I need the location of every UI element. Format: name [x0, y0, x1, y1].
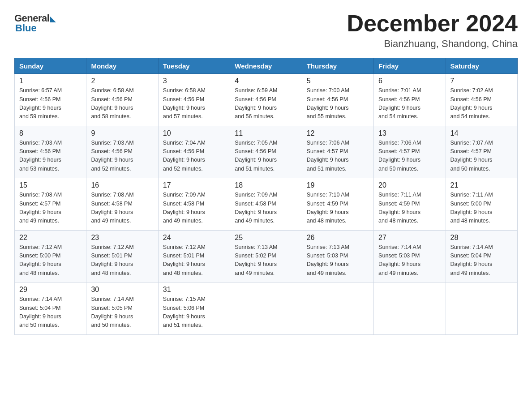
- calendar-week-row: 8Sunrise: 7:03 AMSunset: 4:56 PMDaylight…: [15, 126, 518, 178]
- calendar-cell: 2Sunrise: 6:58 AMSunset: 4:56 PMDaylight…: [86, 74, 158, 126]
- day-info: Sunrise: 7:05 AMSunset: 4:56 PMDaylight:…: [235, 139, 297, 174]
- day-info: Sunrise: 7:12 AMSunset: 5:01 PMDaylight:…: [163, 243, 225, 278]
- day-info: Sunrise: 7:01 AMSunset: 4:56 PMDaylight:…: [378, 86, 441, 121]
- day-info: Sunrise: 7:02 AMSunset: 4:56 PMDaylight:…: [450, 86, 513, 121]
- day-number: 16: [91, 181, 153, 189]
- calendar-cell: 6Sunrise: 7:01 AMSunset: 4:56 PMDaylight…: [374, 74, 446, 126]
- day-info: Sunrise: 7:03 AMSunset: 4:56 PMDaylight:…: [91, 139, 153, 174]
- calendar-cell: 25Sunrise: 7:13 AMSunset: 5:02 PMDayligh…: [230, 230, 302, 283]
- calendar-week-row: 15Sunrise: 7:08 AMSunset: 4:57 PMDayligh…: [15, 178, 518, 231]
- calendar-week-row: 22Sunrise: 7:12 AMSunset: 5:00 PMDayligh…: [15, 230, 518, 283]
- day-info: Sunrise: 7:06 AMSunset: 4:57 PMDaylight:…: [378, 139, 441, 174]
- day-number: 20: [378, 181, 441, 189]
- day-number: 14: [450, 129, 513, 137]
- day-number: 24: [163, 234, 225, 242]
- calendar-cell: 22Sunrise: 7:12 AMSunset: 5:00 PMDayligh…: [15, 230, 86, 283]
- day-number: 2: [91, 77, 153, 85]
- calendar-cell: 3Sunrise: 6:58 AMSunset: 4:56 PMDaylight…: [158, 74, 230, 126]
- day-number: 13: [378, 129, 441, 137]
- day-info: Sunrise: 7:09 AMSunset: 4:58 PMDaylight:…: [163, 191, 225, 226]
- calendar-cell: 1Sunrise: 6:57 AMSunset: 4:56 PMDaylight…: [15, 74, 86, 126]
- column-header-tuesday: Tuesday: [158, 58, 230, 74]
- calendar-cell: 9Sunrise: 7:03 AMSunset: 4:56 PMDaylight…: [86, 126, 158, 178]
- calendar-week-row: 1Sunrise: 6:57 AMSunset: 4:56 PMDaylight…: [15, 74, 518, 126]
- day-info: Sunrise: 7:08 AMSunset: 4:57 PMDaylight:…: [19, 191, 82, 226]
- day-number: 12: [307, 129, 369, 137]
- calendar-cell: 8Sunrise: 7:03 AMSunset: 4:56 PMDaylight…: [15, 126, 86, 178]
- day-info: Sunrise: 7:12 AMSunset: 5:00 PMDaylight:…: [19, 243, 82, 278]
- calendar-cell: 31Sunrise: 7:15 AMSunset: 5:06 PMDayligh…: [158, 283, 230, 335]
- calendar-cell: 19Sunrise: 7:10 AMSunset: 4:59 PMDayligh…: [302, 178, 373, 231]
- calendar-cell: 20Sunrise: 7:11 AMSunset: 4:59 PMDayligh…: [374, 178, 446, 231]
- day-info: Sunrise: 7:03 AMSunset: 4:56 PMDaylight:…: [19, 139, 82, 174]
- day-info: Sunrise: 7:07 AMSunset: 4:57 PMDaylight:…: [450, 139, 513, 174]
- day-number: 25: [235, 234, 297, 242]
- day-number: 6: [378, 77, 441, 85]
- logo: General Blue: [14, 11, 56, 34]
- calendar-cell: [446, 283, 517, 335]
- day-number: 17: [163, 181, 225, 189]
- calendar-cell: 13Sunrise: 7:06 AMSunset: 4:57 PMDayligh…: [374, 126, 446, 178]
- column-header-friday: Friday: [374, 58, 446, 74]
- column-header-monday: Monday: [86, 58, 158, 74]
- calendar-cell: 10Sunrise: 7:04 AMSunset: 4:56 PMDayligh…: [158, 126, 230, 178]
- day-number: 19: [307, 181, 369, 189]
- day-info: Sunrise: 6:58 AMSunset: 4:56 PMDaylight:…: [91, 86, 153, 121]
- calendar-cell: 29Sunrise: 7:14 AMSunset: 5:04 PMDayligh…: [15, 283, 86, 335]
- day-info: Sunrise: 6:57 AMSunset: 4:56 PMDaylight:…: [19, 86, 82, 121]
- calendar-cell: 11Sunrise: 7:05 AMSunset: 4:56 PMDayligh…: [230, 126, 302, 178]
- calendar-cell: 23Sunrise: 7:12 AMSunset: 5:01 PMDayligh…: [86, 230, 158, 283]
- day-number: 22: [19, 234, 82, 242]
- calendar-cell: 5Sunrise: 7:00 AMSunset: 4:56 PMDaylight…: [302, 74, 373, 126]
- day-info: Sunrise: 7:04 AMSunset: 4:56 PMDaylight:…: [163, 139, 225, 174]
- day-number: 4: [235, 77, 297, 85]
- calendar-cell: 14Sunrise: 7:07 AMSunset: 4:57 PMDayligh…: [446, 126, 517, 178]
- calendar-cell: 4Sunrise: 6:59 AMSunset: 4:56 PMDaylight…: [230, 74, 302, 126]
- day-info: Sunrise: 7:06 AMSunset: 4:57 PMDaylight:…: [307, 139, 369, 174]
- day-number: 10: [163, 129, 225, 137]
- day-number: 9: [91, 129, 153, 137]
- calendar-cell: [374, 283, 446, 335]
- day-number: 28: [450, 234, 513, 242]
- day-number: 3: [163, 77, 225, 85]
- day-number: 30: [91, 286, 153, 294]
- calendar-cell: [302, 283, 373, 335]
- day-info: Sunrise: 7:15 AMSunset: 5:06 PMDaylight:…: [163, 295, 225, 330]
- column-header-thursday: Thursday: [302, 58, 373, 74]
- day-info: Sunrise: 7:00 AMSunset: 4:56 PMDaylight:…: [307, 86, 369, 121]
- calendar-table: SundayMondayTuesdayWednesdayThursdayFrid…: [14, 58, 518, 335]
- logo-blue-text: Blue: [14, 22, 37, 34]
- day-number: 18: [235, 181, 297, 189]
- day-number: 29: [19, 286, 82, 294]
- day-info: Sunrise: 7:09 AMSunset: 4:58 PMDaylight:…: [235, 191, 297, 226]
- day-info: Sunrise: 7:08 AMSunset: 4:58 PMDaylight:…: [91, 191, 153, 226]
- title-block: December 2024 Bianzhuang, Shandong, Chin…: [347, 11, 518, 50]
- day-number: 27: [378, 234, 441, 242]
- calendar-week-row: 29Sunrise: 7:14 AMSunset: 5:04 PMDayligh…: [15, 283, 518, 335]
- day-info: Sunrise: 6:58 AMSunset: 4:56 PMDaylight:…: [163, 86, 225, 121]
- calendar-header-row: SundayMondayTuesdayWednesdayThursdayFrid…: [15, 58, 518, 74]
- calendar-cell: 12Sunrise: 7:06 AMSunset: 4:57 PMDayligh…: [302, 126, 373, 178]
- location-subtitle: Bianzhuang, Shandong, China: [347, 38, 518, 50]
- day-info: Sunrise: 7:14 AMSunset: 5:05 PMDaylight:…: [91, 295, 153, 330]
- calendar-cell: 28Sunrise: 7:14 AMSunset: 5:04 PMDayligh…: [446, 230, 517, 283]
- month-year-title: December 2024: [347, 11, 518, 36]
- calendar-cell: 16Sunrise: 7:08 AMSunset: 4:58 PMDayligh…: [86, 178, 158, 231]
- day-info: Sunrise: 7:12 AMSunset: 5:01 PMDaylight:…: [91, 243, 153, 278]
- column-header-wednesday: Wednesday: [230, 58, 302, 74]
- calendar-cell: 21Sunrise: 7:11 AMSunset: 5:00 PMDayligh…: [446, 178, 517, 231]
- calendar-cell: 15Sunrise: 7:08 AMSunset: 4:57 PMDayligh…: [15, 178, 86, 231]
- day-number: 8: [19, 129, 82, 137]
- calendar-cell: 17Sunrise: 7:09 AMSunset: 4:58 PMDayligh…: [158, 178, 230, 231]
- calendar-cell: 26Sunrise: 7:13 AMSunset: 5:03 PMDayligh…: [302, 230, 373, 283]
- day-number: 11: [235, 129, 297, 137]
- day-info: Sunrise: 7:10 AMSunset: 4:59 PMDaylight:…: [307, 191, 369, 226]
- day-number: 21: [450, 181, 513, 189]
- day-number: 31: [163, 286, 225, 294]
- day-number: 5: [307, 77, 369, 85]
- calendar-cell: 27Sunrise: 7:14 AMSunset: 5:03 PMDayligh…: [374, 230, 446, 283]
- day-info: Sunrise: 7:14 AMSunset: 5:04 PMDaylight:…: [19, 295, 82, 330]
- page-header: General Blue December 2024 Bianzhuang, S…: [14, 11, 518, 50]
- day-number: 1: [19, 77, 82, 85]
- column-header-saturday: Saturday: [446, 58, 517, 74]
